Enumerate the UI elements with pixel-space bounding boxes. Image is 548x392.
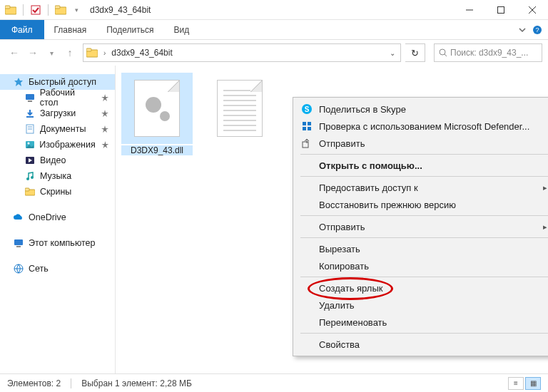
close-button[interactable]: [517, 0, 548, 20]
help-icon[interactable]: ?: [531, 20, 548, 39]
ribbon-expand-icon[interactable]: [514, 20, 531, 39]
svg-point-27: [31, 176, 34, 179]
sidebar-item-pictures[interactable]: Изображения: [0, 137, 115, 153]
svg-text:S: S: [305, 105, 310, 113]
qat-separator: [48, 4, 49, 16]
up-button[interactable]: ↑: [61, 44, 78, 61]
refresh-button[interactable]: ↻: [405, 43, 425, 62]
sidebar-item-label: Сеть: [29, 264, 49, 274]
titlebar: ▾ d3dx9_43_64bit: [0, 0, 548, 20]
network-icon: [13, 263, 24, 274]
file-item-txt[interactable]: [204, 73, 275, 155]
chevron-right-icon[interactable]: ›: [101, 49, 108, 57]
recent-locations-button[interactable]: ▾: [43, 44, 60, 61]
qat-checkbox-icon[interactable]: [29, 4, 42, 16]
view-details-button[interactable]: ≡: [508, 377, 524, 390]
ctx-label: Копировать: [319, 261, 369, 272]
sidebar-item-screenshots[interactable]: Скрины: [0, 184, 115, 200]
share-icon: [300, 137, 313, 150]
qat-overflow-icon[interactable]: ▾: [70, 4, 83, 16]
svg-rect-40: [303, 142, 308, 148]
ctx-send-to[interactable]: Отправить: [295, 218, 548, 235]
ctx-separator: [300, 154, 548, 155]
minimize-button[interactable]: [454, 0, 485, 20]
ctx-label: Свойства: [319, 339, 360, 350]
folder-icon: [83, 48, 101, 58]
search-box[interactable]: Поиск: d3dx9_43_...: [434, 43, 542, 62]
svg-rect-30: [14, 239, 23, 245]
ctx-create-shortcut[interactable]: Создать ярлык: [295, 279, 548, 296]
status-item-count: Элементов: 2: [7, 378, 61, 388]
sidebar-item-music[interactable]: Музыка: [0, 168, 115, 184]
onedrive-icon: [13, 212, 24, 223]
svg-rect-38: [303, 127, 306, 130]
address-bar[interactable]: › d3dx9_43_64bit ⌄: [83, 43, 401, 62]
ctx-copy[interactable]: Копировать: [295, 257, 548, 274]
defender-icon: [300, 120, 313, 133]
address-dropdown-icon[interactable]: ⌄: [385, 49, 400, 57]
ctx-cut[interactable]: Вырезать: [295, 240, 548, 257]
ctx-restore-previous[interactable]: Восстановить прежнюю версию: [295, 196, 548, 213]
svg-rect-17: [28, 100, 32, 102]
ctx-label: Создать ярлык: [319, 283, 382, 294]
ctx-delete[interactable]: Удалить: [295, 296, 548, 314]
ribbon-tab-home[interactable]: Главная: [44, 20, 97, 39]
sidebar-network[interactable]: Сеть: [0, 261, 115, 277]
svg-rect-6: [498, 6, 504, 13]
skype-icon: S: [300, 103, 313, 115]
sidebar-item-label: OneDrive: [29, 212, 66, 222]
navigation-pane: Быстрый доступ Рабочий стол Загрузки Док…: [0, 66, 116, 373]
search-icon: [439, 48, 447, 57]
ctx-separator: [300, 176, 548, 177]
ctx-label: Восстановить прежнюю версию: [319, 200, 456, 210]
sidebar-onedrive[interactable]: OneDrive: [0, 210, 115, 225]
context-menu: S Поделиться в Skype Проверка с использо…: [293, 97, 548, 356]
ctx-share[interactable]: Отправить: [295, 135, 548, 152]
forward-button[interactable]: →: [24, 44, 41, 61]
ctx-rename[interactable]: Переименовать: [295, 314, 548, 331]
svg-point-13: [440, 49, 445, 55]
sidebar-item-label: Музыка: [40, 171, 71, 181]
ctx-open-with[interactable]: Открыть с помощью...: [295, 157, 548, 174]
file-thumbnail: [217, 80, 263, 137]
ctx-label: Поделиться в Skype: [319, 104, 406, 115]
svg-marker-15: [14, 78, 23, 86]
address-segment[interactable]: d3dx9_43_64bit: [108, 48, 175, 58]
ctx-defender-scan[interactable]: Проверка с использованием Microsoft Defe…: [295, 118, 548, 135]
status-bar: Элементов: 2 Выбран 1 элемент: 2,28 МБ ≡…: [0, 373, 548, 392]
file-list-area[interactable]: D3DX9_43.dll S Поделиться в Skype Провер…: [116, 66, 548, 373]
sidebar-item-label: Документы: [40, 124, 86, 134]
pin-icon: [99, 92, 111, 103]
ribbon-tab-share[interactable]: Поделиться: [96, 20, 163, 39]
ctx-separator: [300, 237, 548, 238]
sidebar-this-pc[interactable]: Этот компьютер: [0, 235, 115, 251]
status-selection: Выбран 1 элемент: 2,28 МБ: [81, 378, 192, 388]
gear-icon: [143, 94, 171, 123]
sidebar-item-downloads[interactable]: Загрузки: [0, 105, 115, 121]
ctx-label: Вырезать: [319, 244, 360, 254]
ribbon-tab-view[interactable]: Вид: [163, 20, 199, 39]
window-controls: [454, 0, 548, 20]
status-separator: [71, 378, 71, 388]
folder-icon-2: [54, 4, 67, 16]
maximize-button[interactable]: [485, 0, 517, 20]
file-item-dll[interactable]: D3DX9_43.dll: [121, 73, 193, 155]
sidebar-item-videos[interactable]: Видео: [0, 153, 115, 168]
sidebar-item-documents[interactable]: Документы: [0, 121, 115, 137]
ctx-label: Открыть с помощью...: [319, 160, 422, 171]
sidebar-item-label: Рабочий стол: [40, 88, 95, 108]
svg-rect-12: [86, 48, 91, 51]
music-icon: [24, 170, 36, 182]
svg-point-23: [27, 143, 29, 145]
window-title: d3dx9_43_64bit: [90, 5, 454, 15]
sidebar-item-label: Загрузки: [40, 108, 76, 118]
ribbon-file-tab[interactable]: Файл: [0, 20, 44, 39]
ctx-share-skype[interactable]: S Поделиться в Skype: [295, 100, 548, 118]
sidebar-item-desktop[interactable]: Рабочий стол: [0, 90, 115, 105]
view-large-icons-button[interactable]: ▦: [525, 377, 541, 390]
back-button[interactable]: ←: [6, 44, 23, 61]
ctx-properties[interactable]: Свойства: [295, 336, 548, 353]
ctx-label: Отправить: [319, 222, 365, 232]
ctx-give-access[interactable]: Предоставить доступ к: [295, 179, 548, 196]
downloads-icon: [24, 108, 36, 119]
